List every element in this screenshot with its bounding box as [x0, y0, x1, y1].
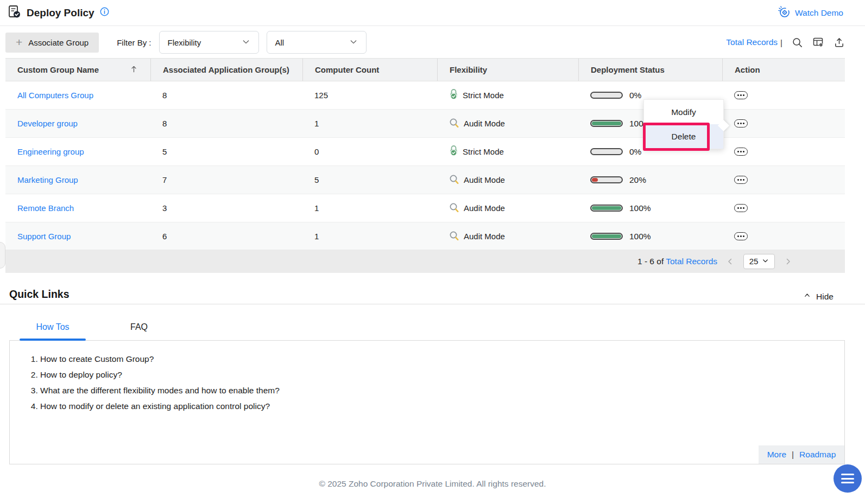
table-row: Marketing Group 7 5 Audit Mode 20% [5, 166, 845, 194]
row-actions-ellipsis-button[interactable] [734, 204, 748, 212]
computer-count-value: 5 [314, 175, 319, 184]
how-tos-item[interactable]: How to modify or delete an existing appl… [40, 401, 844, 411]
watch-demo-icon [778, 5, 791, 21]
row-actions-ellipsis-button[interactable] [734, 148, 748, 156]
column-header-action[interactable]: Action [722, 59, 845, 81]
more-link[interactable]: More [767, 450, 786, 460]
computer-count-value: 1 [314, 203, 319, 213]
pagination-bar: 1 - 6 of Total Records 25 [5, 250, 845, 273]
associated-app-groups-value: 7 [162, 175, 167, 184]
export-icon[interactable] [834, 37, 845, 48]
chevron-down-icon [762, 257, 769, 266]
column-header-custom-group-name[interactable]: Custom Group Name [5, 59, 150, 81]
watch-demo-label: Watch Demo [795, 8, 843, 18]
computer-count-value: 0 [314, 147, 319, 156]
associated-app-groups-value: 5 [162, 147, 167, 156]
how-tos-list: How to create Custom Group? How to deplo… [10, 341, 844, 411]
row-actions-ellipsis-button[interactable] [734, 232, 748, 240]
pagination-total-records-link[interactable]: Total Records [666, 257, 717, 266]
plus-icon: + [16, 36, 22, 48]
custom-group-link[interactable]: Engineering group [17, 147, 84, 156]
chevron-down-icon [349, 37, 358, 48]
custom-group-link[interactable]: Developer group [17, 119, 78, 128]
flexibility-mode-label: Strict Mode [463, 147, 504, 156]
divider: | [792, 450, 794, 460]
context-menu-item-modify[interactable]: Modify [644, 100, 723, 124]
roadmap-link[interactable]: Roadmap [799, 450, 836, 460]
how-tos-item[interactable]: How to create Custom Group? [40, 354, 844, 364]
next-page-icon[interactable] [783, 257, 793, 266]
deployment-percent-label: 100% [629, 232, 651, 241]
associated-app-groups-value: 3 [162, 203, 167, 213]
associate-group-button[interactable]: + Associate Group [5, 33, 99, 53]
deploy-policy-page: Deploy Policy Watch Demo + Associate Gro… [0, 0, 865, 504]
computer-count-value: 1 [314, 119, 319, 128]
lock-check-icon [449, 145, 458, 158]
column-settings-icon[interactable] [812, 36, 824, 48]
context-menu-item-delete[interactable]: Delete [644, 124, 723, 149]
active-tab-underline [20, 339, 86, 341]
section-divider [0, 304, 865, 304]
deployment-percent-label: 0% [629, 147, 641, 157]
row-actions-ellipsis-button[interactable] [734, 91, 748, 99]
previous-page-icon[interactable] [725, 257, 735, 266]
how-tos-item[interactable]: What are the different flexibility modes… [40, 386, 844, 395]
total-records-link[interactable]: Total Records [726, 37, 778, 47]
more-roadmap-strip: More | Roadmap [759, 445, 844, 464]
search-icon[interactable] [792, 37, 803, 48]
row-actions-ellipsis-button[interactable] [734, 176, 748, 184]
flexibility-mode-label: Strict Mode [463, 91, 504, 100]
column-header-associated-application-groups[interactable]: Associated Application Group(s) [150, 59, 302, 81]
associated-app-groups-value: 6 [162, 232, 167, 241]
row-actions-ellipsis-button[interactable] [734, 119, 748, 127]
page-size-select[interactable]: 25 [743, 254, 775, 269]
pagination-range: 1 - 6 of Total Records [637, 257, 717, 266]
custom-group-link[interactable]: Marketing Group [17, 175, 78, 184]
table-row: Remote Branch 3 1 Audit Mode 100% [5, 194, 845, 222]
custom-group-link[interactable]: All Computers Group [17, 91, 93, 100]
flexibility-mode-label: Audit Mode [464, 119, 505, 128]
deployment-progress-bar [590, 176, 623, 183]
how-tos-panel: How to create Custom Group? How to deplo… [9, 340, 845, 464]
magnifier-icon [449, 174, 459, 186]
toolbar: + Associate Group Filter By : Flexibilit… [0, 27, 865, 58]
table-row: Support Group 6 1 Audit Mode 100% [5, 222, 845, 251]
computer-count-value: 125 [314, 91, 328, 100]
watch-demo-link[interactable]: Watch Demo [778, 5, 843, 21]
column-header-flexibility[interactable]: Flexibility [437, 59, 578, 81]
column-header-deployment-status[interactable]: Deployment Status [578, 59, 722, 81]
how-tos-item[interactable]: How to deploy policy? [40, 370, 844, 380]
floating-menu-button[interactable] [834, 464, 862, 493]
left-edge-handle[interactable] [0, 242, 5, 269]
flexibility-mode-label: Audit Mode [464, 175, 505, 184]
page-header: Deploy Policy Watch Demo [0, 0, 865, 26]
computer-count-value: 1 [314, 232, 319, 241]
quick-links-title: Quick Links [9, 288, 70, 301]
copyright-text: © 2025 Zoho Corporation Private Limited.… [0, 479, 865, 489]
lock-check-icon [449, 89, 458, 101]
info-icon[interactable] [100, 7, 109, 18]
custom-group-link[interactable]: Support Group [17, 232, 71, 241]
deployment-percent-label: 100% [629, 203, 651, 213]
deployment-percent-label: 0% [629, 91, 641, 100]
tab-how-tos[interactable]: How Tos [20, 322, 86, 332]
sort-ascending-icon[interactable] [129, 65, 138, 75]
associated-app-groups-value: 8 [162, 119, 167, 128]
column-header-computer-count[interactable]: Computer Count [302, 59, 437, 81]
deployment-progress-bar [590, 205, 623, 212]
deployment-progress-bar [590, 148, 623, 155]
hide-quick-links-button[interactable]: Hide [800, 291, 837, 302]
associated-app-groups-value: 8 [162, 91, 167, 100]
deploy-policy-icon [8, 5, 21, 21]
deployment-percent-label: 20% [629, 175, 646, 185]
scope-filter-select[interactable]: All [267, 31, 367, 54]
toolbar-right: Total Records | [726, 36, 845, 48]
flexibility-filter-select[interactable]: Flexibility [159, 31, 259, 54]
deployment-progress-bar [590, 233, 623, 240]
magnifier-icon [449, 231, 459, 243]
magnifier-icon [449, 118, 459, 130]
custom-group-link[interactable]: Remote Branch [17, 203, 74, 213]
deployment-progress-bar [590, 92, 623, 99]
tab-faq[interactable]: FAQ [115, 322, 163, 332]
separator: | [780, 38, 782, 47]
